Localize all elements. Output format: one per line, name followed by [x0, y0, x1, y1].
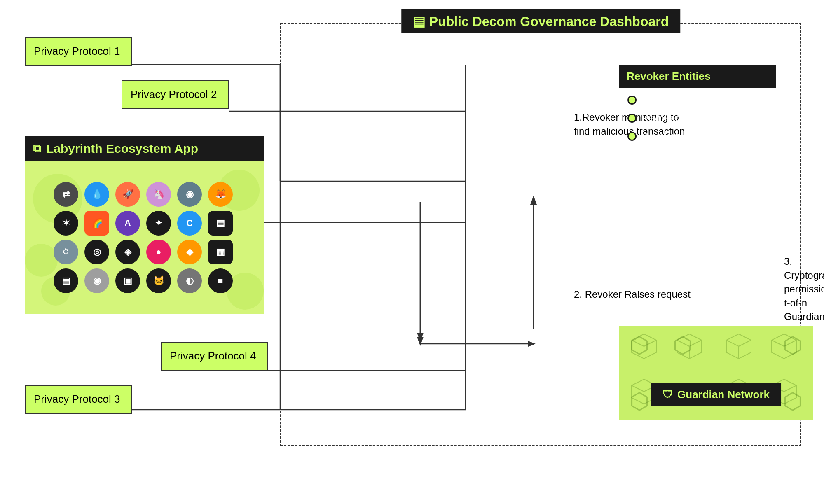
- app-icon: 🌈: [84, 211, 109, 236]
- labyrinth-header: ⧉ Labyrinth Ecosystem App: [25, 136, 264, 161]
- app-icon: ▦: [208, 240, 233, 264]
- revoker-dot-1: [627, 96, 637, 105]
- svg-line-26: [677, 340, 689, 346]
- app-icon: ◉: [177, 182, 202, 207]
- cube-grid-svg: [619, 326, 813, 420]
- app-icon: ◐: [177, 268, 202, 293]
- app-icon: ✦: [146, 211, 171, 236]
- revoker-item-1: Revoker 1: [627, 94, 768, 106]
- app-icon: 💧: [84, 182, 109, 207]
- app-icon: ▤: [208, 211, 233, 236]
- app-icon: 🐱: [146, 268, 171, 293]
- revoker-item-2: Revoker 2: [627, 112, 768, 124]
- app-icon: ◎: [84, 240, 109, 264]
- svg-line-30: [726, 340, 739, 346]
- revoker-header: Revoker Entities: [619, 65, 776, 88]
- revoker-dot-3: [627, 132, 637, 141]
- dashboard-title: ▤ Public Decom Governance Dashboard: [401, 9, 681, 33]
- app-icon: ▤: [54, 268, 78, 293]
- svg-line-38: [632, 385, 644, 392]
- privacy-protocol-1: Privacy Protocol 1: [25, 37, 132, 66]
- revoker-entities-box: Revoker Entities Revoker 1 Revoker 2 Rev…: [619, 65, 776, 168]
- app-icon: ◉: [84, 268, 109, 293]
- revoker-body: Revoker 1 Revoker 2 Revoker 3 · · ·: [619, 88, 776, 168]
- svg-line-34: [772, 340, 784, 346]
- dashboard-icon: ▤: [413, 14, 425, 29]
- app-icon: C: [177, 211, 202, 236]
- svg-line-35: [784, 340, 796, 346]
- svg-line-23: [644, 340, 656, 346]
- revoker-dot-2: [627, 114, 637, 123]
- app-icon: ◆: [177, 240, 202, 264]
- dashboard-box: ▤ Public Decom Governance Dashboard 1.Re…: [280, 23, 801, 446]
- svg-line-31: [739, 340, 751, 346]
- guardian-network-box: ⬡ ⬡ ⬡ ⬡ ⬡: [619, 326, 813, 420]
- diagram-container: Privacy Protocol 1 Privacy Protocol 2 Pr…: [0, 0, 824, 504]
- labyrinth-body: ⇄ 💧 🚀 🦄 ◉ 🦊 ✶ 🌈 A ✦ C ▤ ⏱ ◎ ◈ ● ◆ ▦ ▤ ◉: [25, 161, 264, 314]
- app-icon: 🦄: [146, 182, 171, 207]
- privacy-protocol-4: Privacy Protocol 4: [161, 342, 268, 371]
- svg-line-47: [784, 385, 796, 392]
- privacy-protocol-3: Privacy Protocol 3: [25, 385, 132, 414]
- revoker-ellipsis: · · ·: [627, 149, 768, 162]
- app-icon: ✶: [54, 211, 78, 236]
- labyrinth-icon: ⧉: [33, 142, 41, 156]
- app-icon: ⏱: [54, 240, 78, 264]
- guardian-icon: 🛡: [662, 388, 673, 401]
- app-icon: ▣: [115, 268, 140, 293]
- annotation-3: 3. Cryptographic permission by t-of-n Gu…: [784, 254, 824, 324]
- svg-line-22: [632, 340, 644, 346]
- app-icon: ■: [208, 268, 233, 293]
- app-icon: ◈: [115, 240, 140, 264]
- app-icon: 🚀: [115, 182, 140, 207]
- svg-line-27: [689, 340, 702, 346]
- annotation-2: 2. Revoker Raises request: [574, 287, 691, 301]
- guardian-label: 🛡 Guardian Network: [651, 383, 781, 406]
- revoker-item-3: Revoker 3: [627, 131, 768, 142]
- app-icon: ●: [146, 240, 171, 264]
- app-icon: A: [115, 211, 140, 236]
- app-icon: 🦊: [208, 182, 233, 207]
- privacy-protocol-2: Privacy Protocol 2: [122, 80, 229, 109]
- labyrinth-ecosystem-app: ⧉ Labyrinth Ecosystem App ⇄ 💧 🚀 🦄 ◉ 🦊 ✶ …: [25, 136, 264, 313]
- app-icon: ⇄: [54, 182, 78, 207]
